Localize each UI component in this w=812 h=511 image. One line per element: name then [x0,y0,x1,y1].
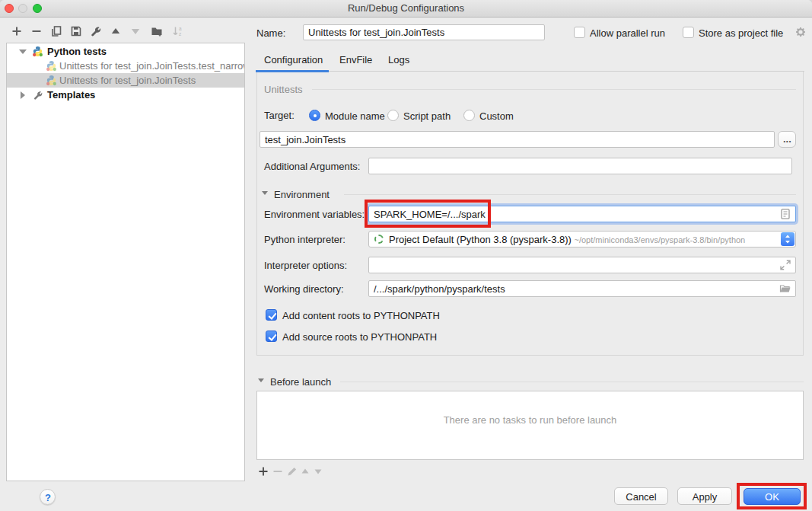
tree-item-templates[interactable]: Templates [7,88,244,102]
active-tab-indicator [256,70,329,72]
annotation-box-environment-variables [365,200,491,228]
folder-icon[interactable] [779,283,791,295]
python-interpreter-select[interactable]: Project Default (Python 3.8 (pyspark-3.8… [368,231,796,248]
interpreter-options-field[interactable] [368,257,796,273]
run-debug-configurations-dialog: Run/Debug Configurations az Python tests [0,0,812,511]
target-custom-label[interactable]: Custom [479,110,514,122]
python-interpreter-value: Project Default (Python 3.8 (pyspark-3.8… [389,234,572,245]
collapse-before-launch-icon[interactable] [258,378,264,382]
help-button[interactable]: ? [40,489,56,505]
remove-task-icon [272,466,283,477]
module-name-input[interactable] [260,131,775,148]
expand-arrow-icon[interactable] [19,50,27,54]
tree-item-label: Unittests for test_join.JoinTests [59,73,196,88]
tree-item-label: Templates [47,88,95,102]
tree-item-label: Python tests [47,44,107,59]
tree-item-label: Unittests for test_join.JoinTests.test_n… [59,59,244,73]
before-launch-section-label[interactable]: Before launch [270,376,331,388]
python-test-config-icon [46,75,57,86]
python-interpreter-path: ~/opt/miniconda3/envs/pyspark-3.8/bin/py… [575,235,746,244]
store-as-project-file-checkbox[interactable] [683,27,694,38]
browse-button[interactable]: ... [778,131,796,148]
working-directory-field[interactable] [368,280,796,297]
new-folder-icon[interactable] [151,25,163,37]
wrench-icon [33,90,44,101]
title-bar: Run/Debug Configurations [0,0,812,18]
expand-icon[interactable] [779,259,791,271]
store-as-project-file-label: Store as project file [699,27,783,39]
interpreter-options-input[interactable] [368,257,796,273]
copy-icon[interactable] [50,25,62,37]
window-title: Run/Debug Configurations [0,2,812,14]
tab-logs[interactable]: Logs [388,54,409,65]
working-directory-input[interactable] [368,280,796,297]
separator-line [312,89,796,90]
annotation-box-ok-button [737,483,807,509]
add-task-icon[interactable] [258,466,269,477]
add-content-roots-label[interactable]: Add content roots to PYTHONPATH [282,310,440,321]
tree-item-unittests-jointests-selected[interactable]: Unittests for test_join.JoinTests [7,73,244,88]
name-label: Name: [256,27,285,39]
tab-configuration[interactable]: Configuration [264,54,323,65]
remove-icon[interactable] [30,25,43,37]
separator-line [344,194,796,195]
configurations-tree: Python tests Unittests for test_join.Joi… [6,43,245,481]
target-module-name-radio[interactable] [309,110,320,121]
add-content-roots-checkbox[interactable] [266,309,277,321]
tree-item-python-tests[interactable]: Python tests [7,44,244,59]
python-interpreter-label: Python interpreter: [264,234,345,245]
tab-envfile[interactable]: EnvFile [339,54,372,65]
cancel-button[interactable]: Cancel [614,487,668,505]
edit-templates-icon[interactable] [90,25,102,37]
dropdown-stepper-icon[interactable] [781,232,794,246]
add-icon[interactable] [11,25,23,37]
save-icon[interactable] [70,25,82,37]
additional-arguments-label: Additional Arguments: [264,161,360,172]
edit-task-icon [287,466,298,477]
allow-parallel-run-label: Allow parallel run [590,27,665,39]
unittests-section-label: Unittests [264,84,303,95]
separator-line [340,382,804,382]
apply-button[interactable]: Apply [677,487,732,505]
target-module-name-label[interactable]: Module name [325,110,385,122]
move-down-icon [129,25,142,37]
environment-variables-label: Environment variables: [264,209,365,220]
environment-section-label[interactable]: Environment [274,189,330,200]
working-directory-label: Working directory: [264,283,344,295]
target-script-path-radio[interactable] [387,110,399,121]
sort-alphabetically-icon: az [172,25,184,37]
task-down-icon [313,466,323,477]
before-launch-empty-message: There are no tasks to run before launch [444,414,617,426]
target-label: Target: [264,110,295,121]
name-input[interactable] [303,24,545,40]
target-script-path-label[interactable]: Script path [403,110,451,122]
collapse-arrow-icon[interactable] [21,91,25,99]
svg-text:z: z [179,31,181,37]
tree-item-unittests-test-narrow[interactable]: Unittests for test_join.JoinTests.test_n… [7,59,244,73]
gear-icon[interactable] [794,26,807,38]
task-up-icon [300,466,310,477]
python-tests-icon [32,46,43,57]
add-source-roots-label[interactable]: Add source roots to PYTHONPATH [282,331,437,343]
conda-environment-icon [374,235,384,244]
python-test-config-icon [46,60,57,72]
browse-variables-icon[interactable] [779,208,791,220]
move-up-icon[interactable] [110,25,122,37]
svg-text:a: a [179,26,182,31]
allow-parallel-run-checkbox[interactable] [574,27,585,38]
interpreter-options-label: Interpreter options: [264,260,347,271]
target-custom-radio[interactable] [463,110,475,121]
before-launch-tasks-list: There are no tasks to run before launch [256,391,804,460]
tab-divider [256,71,804,72]
collapse-environment-icon[interactable] [262,191,268,195]
add-source-roots-checkbox[interactable] [266,331,277,342]
additional-arguments-input[interactable] [368,158,792,174]
